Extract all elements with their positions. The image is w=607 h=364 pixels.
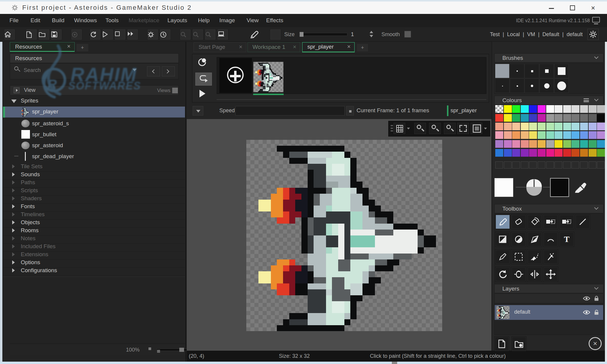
svg-text:SOFTWARES: SOFTWARES — [68, 80, 141, 92]
svg-text:R: R — [47, 77, 57, 92]
